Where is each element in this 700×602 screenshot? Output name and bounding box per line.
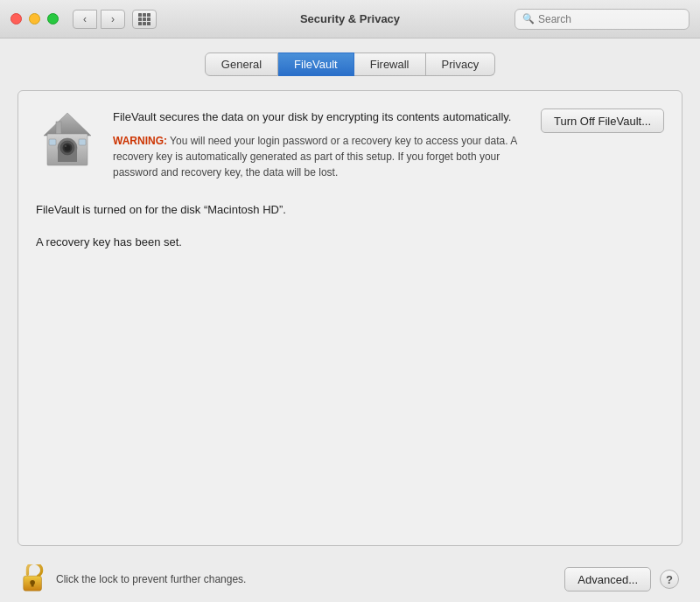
window-title: Security & Privacy xyxy=(300,12,400,25)
tab-filevault[interactable]: FileVault xyxy=(278,52,354,76)
tab-privacy[interactable]: Privacy xyxy=(426,52,496,76)
svg-marker-0 xyxy=(44,113,91,136)
traffic-lights xyxy=(10,13,59,24)
titlebar: ‹ › Security & Privacy 🔍 xyxy=(0,0,700,38)
nav-buttons: ‹ › xyxy=(73,10,125,29)
filevault-panel: FileVault secures the data on your disk … xyxy=(18,90,682,546)
grid-button[interactable] xyxy=(132,10,157,29)
search-input[interactable] xyxy=(538,13,682,25)
recovery-key-text: A recovery key has been set. xyxy=(36,235,664,248)
warning-text: WARNING: You will need your login passwo… xyxy=(113,133,527,180)
warning-body: You will need your login password or a r… xyxy=(113,135,517,178)
lock-icon xyxy=(21,564,47,594)
svg-rect-9 xyxy=(49,139,56,145)
panel-description: FileVault secures the data on your disk … xyxy=(113,108,527,180)
close-button[interactable] xyxy=(10,13,22,24)
bottom-bar: Click the lock to prevent further change… xyxy=(18,556,682,602)
svg-point-8 xyxy=(65,145,66,147)
tabs-bar: General FileVault Firewall Privacy xyxy=(18,52,682,76)
maximize-button[interactable] xyxy=(47,13,59,24)
turn-off-filevault-button[interactable]: Turn Off FileVault... xyxy=(541,108,664,133)
svg-rect-10 xyxy=(79,139,86,145)
help-button[interactable]: ? xyxy=(660,570,679,589)
tab-firewall[interactable]: Firewall xyxy=(354,52,426,76)
warning-label: WARNING: xyxy=(113,135,167,147)
search-box[interactable]: 🔍 xyxy=(514,9,690,30)
svg-rect-13 xyxy=(32,583,34,587)
panel-top: FileVault secures the data on your disk … xyxy=(36,108,664,180)
forward-icon: › xyxy=(111,13,115,25)
search-icon: 🔍 xyxy=(522,13,535,24)
main-content: General FileVault Firewall Privacy xyxy=(0,38,700,602)
description-text: FileVault secures the data on your disk … xyxy=(113,108,527,126)
grid-icon xyxy=(138,13,150,25)
filevault-status-text: FileVault is turned on for the disk “Mac… xyxy=(36,201,664,219)
lock-button[interactable]: Click the lock to prevent further change… xyxy=(21,564,246,594)
back-icon: ‹ xyxy=(83,13,87,25)
svg-rect-1 xyxy=(56,122,61,134)
minimize-button[interactable] xyxy=(29,13,40,24)
advanced-button[interactable]: Advanced... xyxy=(564,567,651,592)
tab-general[interactable]: General xyxy=(205,52,278,76)
lock-label: Click the lock to prevent further change… xyxy=(56,573,246,585)
forward-button[interactable]: › xyxy=(101,10,125,29)
bottom-right: Advanced... ? xyxy=(564,567,679,592)
back-button[interactable]: ‹ xyxy=(73,10,97,29)
filevault-icon xyxy=(36,108,99,172)
